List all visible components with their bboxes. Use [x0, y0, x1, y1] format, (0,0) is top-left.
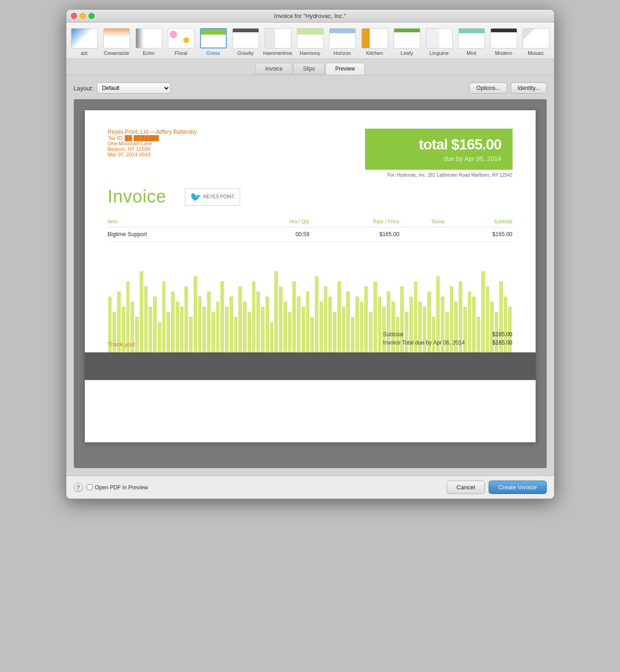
chart-bar	[202, 307, 206, 352]
subtotal-label: Subtotal	[383, 331, 403, 338]
template-item-mint[interactable]: Mint	[455, 26, 488, 59]
chart-bar	[252, 281, 256, 352]
chart-bar	[230, 297, 233, 352]
maximize-button[interactable]	[89, 13, 94, 19]
chart-bar	[135, 317, 139, 352]
template-label-horizon: Horizon	[334, 50, 351, 56]
close-button[interactable]	[71, 13, 77, 19]
create-invoice-button[interactable]: Create Invoice	[489, 481, 547, 494]
chart-bar	[279, 286, 283, 352]
chart-bar	[234, 317, 238, 352]
template-item-echo[interactable]: Echo	[133, 26, 165, 59]
tab-preview[interactable]: Preview	[325, 63, 365, 75]
chart-bar	[342, 307, 346, 352]
total-due-label: Invoice Total due by Apr 06, 2014	[383, 339, 465, 346]
chart-bar	[301, 307, 305, 352]
template-item-kitchen[interactable]: Kitchen	[359, 26, 391, 59]
template-item-linguine[interactable]: Linguine	[423, 26, 455, 59]
chart-bar	[176, 302, 179, 352]
chart-bar	[337, 281, 341, 352]
chart-bar	[171, 291, 175, 352]
chart-bar	[346, 291, 350, 352]
company-name: REYES POINT.	[203, 194, 235, 199]
template-item-harmony[interactable]: Harmony	[294, 26, 326, 59]
open-pdf-checkbox[interactable]	[87, 484, 93, 490]
minimize-button[interactable]	[80, 13, 86, 19]
toolbar-buttons: Options... Identity...	[469, 83, 546, 94]
template-item-modern[interactable]: Modern	[488, 26, 520, 59]
template-item-horizon[interactable]: Horizon	[326, 26, 359, 59]
chart-bar	[148, 307, 152, 352]
chart-bar	[220, 281, 224, 352]
chart-bar	[261, 307, 265, 352]
chart-bar	[378, 297, 382, 352]
chart-bar	[310, 317, 314, 352]
template-item-mosaic[interactable]: Mosaic	[520, 26, 552, 59]
template-label-mint: Mint	[466, 50, 476, 56]
template-label-harmony: Harmony	[300, 50, 320, 56]
chart-bar	[364, 286, 368, 352]
table-header-row: Item Hrs / Qty Rate / Price Taxes Subtot…	[108, 216, 513, 227]
company-logo: 🐦 REYES POINT.	[185, 188, 240, 206]
table-cell: Bigtime Support	[108, 227, 242, 242]
for-line: For: Hydrovac, Inc. 281 Lattintown Road …	[365, 172, 513, 178]
invoice-header: Reyes Point, Ltd.—Jeffery Battersby Tax …	[108, 129, 513, 178]
template-list: astCreamsicleEchoFloralGrassGravityHamme…	[66, 26, 554, 59]
chart-bar	[288, 312, 292, 352]
cancel-button[interactable]: Cancel	[447, 481, 484, 494]
summary-total: Invoice Total due by Apr 06, 2014 $165.0…	[383, 339, 513, 346]
tab-slips[interactable]: Slips	[293, 63, 325, 75]
chart-bar	[140, 271, 143, 352]
chart-bar	[144, 286, 148, 352]
invoice-title-row: Invoice 🐦 REYES POINT.	[108, 187, 513, 207]
chart-bar	[225, 307, 229, 352]
options-button[interactable]: Options...	[469, 83, 507, 94]
preview-container: Reyes Point, Ltd.—Jeffery Battersby Tax …	[74, 99, 547, 468]
traffic-lights	[71, 13, 94, 19]
for-value: Hydrovac, Inc. 281 Lattintown Road Marlb…	[397, 172, 513, 178]
template-label-kitchen: Kitchen	[366, 50, 383, 56]
template-item-hammertime[interactable]: Hammertime	[262, 26, 294, 59]
chart-bar	[328, 297, 332, 352]
sender-block: Reyes Point, Ltd.—Jeffery Battersby Tax …	[108, 129, 197, 178]
chart-bar	[333, 312, 337, 352]
chart-bar	[351, 317, 354, 352]
chart-bar	[198, 297, 202, 352]
sender-address-line1: One Mountain Lane	[108, 141, 197, 146]
bottom-bar: ? Open PDF in Preview Cancel Create Invo…	[66, 476, 554, 499]
template-item-gravity[interactable]: Gravity	[230, 26, 262, 59]
chart-bar	[180, 307, 184, 352]
help-button[interactable]: ?	[74, 483, 83, 492]
template-item-grass[interactable]: Grass	[197, 26, 230, 59]
template-item-blast[interactable]: ast	[68, 26, 100, 59]
open-pdf-label[interactable]: Open PDF in Preview	[87, 484, 148, 491]
template-item-creamsicle[interactable]: Creamsicle	[100, 26, 133, 59]
chart-bar	[270, 322, 274, 352]
template-item-floral[interactable]: Floral	[165, 26, 197, 59]
chart-bar	[319, 302, 323, 352]
summary-area: Subtotal $165.00 Invoice Total due by Ap…	[383, 331, 513, 348]
chart-bar	[243, 302, 247, 352]
table-cell: $165.00	[444, 227, 512, 242]
layout-dropdown[interactable]: Default	[97, 83, 171, 94]
template-item-ocean[interactable]: Ocean	[552, 26, 554, 59]
bottom-left: ? Open PDF in Preview	[74, 483, 148, 492]
template-label-floral: Floral	[175, 50, 188, 56]
template-item-leafy[interactable]: Leafy	[391, 26, 423, 59]
chart-bar	[194, 276, 197, 352]
chart-bar	[266, 297, 269, 352]
chart-bar	[189, 317, 193, 352]
identity-button[interactable]: Identity...	[511, 83, 547, 94]
template-label-creamsicle: Creamsicle	[104, 50, 129, 56]
chart-bar	[216, 302, 220, 352]
chart-bar	[166, 312, 170, 352]
tab-invoice[interactable]: Invoice	[255, 63, 292, 75]
main-content: Layout: Default Options... Identity... R…	[66, 75, 554, 476]
template-strip: astCreamsicleEchoFloralGrassGravityHamme…	[66, 23, 554, 59]
template-label-blast: ast	[81, 50, 88, 56]
bottom-right: Cancel Create Invoice	[447, 481, 546, 494]
template-label-modern: Modern	[495, 50, 512, 56]
chart-bar	[248, 312, 251, 352]
chart-bar	[360, 302, 364, 352]
template-label-mosaic: Mosaic	[528, 50, 544, 56]
